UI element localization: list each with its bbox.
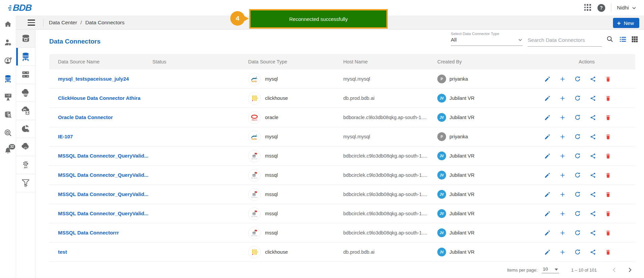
add-icon[interactable] (557, 74, 567, 84)
reconnect-icon[interactable] (573, 228, 583, 238)
sidebar-item-account-info[interactable] (0, 52, 16, 70)
add-icon[interactable] (557, 228, 567, 238)
delete-icon[interactable] (603, 93, 613, 103)
reconnect-icon[interactable] (573, 247, 583, 257)
connector-name-link[interactable]: test (58, 249, 67, 255)
share-icon[interactable] (588, 93, 598, 103)
share-icon[interactable] (588, 74, 598, 84)
reconnect-icon[interactable] (573, 112, 583, 122)
connector-name-link[interactable]: mysql_testspaceissue_july24 (58, 76, 129, 82)
reconnect-icon[interactable] (573, 170, 583, 180)
connector-name-link[interactable]: MSSQL Data Connector_QueryValid... (58, 172, 148, 178)
add-icon[interactable] (557, 93, 567, 103)
items-per-page-select[interactable]: 10 (542, 267, 559, 273)
edit-icon[interactable] (542, 132, 552, 142)
edit-icon[interactable] (542, 189, 552, 199)
sidebar-item-data-store-metadata[interactable] (16, 102, 35, 120)
list-view-icon[interactable] (619, 35, 627, 43)
reconnect-icon[interactable] (573, 208, 583, 219)
data-source-type-label: mysql (265, 76, 278, 82)
share-icon[interactable] (588, 189, 598, 199)
edit-icon[interactable] (542, 151, 552, 161)
breadcrumb-data-center[interactable]: Data Center (49, 20, 77, 26)
delete-icon[interactable] (603, 170, 613, 180)
svg-text:SQL Server: SQL Server (251, 197, 258, 198)
user-menu[interactable]: Nidhi (617, 5, 637, 11)
reconnect-icon[interactable] (573, 151, 583, 161)
edit-icon[interactable] (542, 208, 552, 219)
hamburger-menu-icon[interactable] (28, 19, 35, 26)
connector-type-select[interactable]: Select Data Connector Type All (451, 32, 523, 46)
delete-icon[interactable] (603, 247, 613, 257)
connector-name-link[interactable]: Oracle Data Connector (58, 114, 113, 120)
sidebar-item-api-connectors[interactable]: API (16, 156, 35, 174)
add-icon[interactable] (557, 151, 567, 161)
delete-icon[interactable] (603, 208, 613, 219)
connector-name-link[interactable]: MSSQL Data Connector_QueryValid... (58, 211, 148, 216)
add-icon[interactable] (557, 112, 567, 122)
delete-icon[interactable] (603, 112, 613, 122)
sidebar-item-data-pipeline[interactable] (16, 174, 35, 192)
delete-icon[interactable] (603, 74, 613, 84)
share-icon[interactable] (588, 247, 598, 257)
bdb-logo[interactable]: BDB (8, 3, 32, 13)
share-icon[interactable] (588, 151, 598, 161)
edit-icon[interactable] (542, 247, 552, 257)
share-icon[interactable] (588, 132, 598, 142)
delete-icon[interactable] (603, 228, 613, 238)
sidebar-item-data-preparation[interactable] (16, 120, 35, 138)
caret-down-icon (555, 269, 558, 271)
new-button[interactable]: + New (613, 18, 639, 28)
edit-icon[interactable] (542, 228, 552, 238)
share-icon[interactable] (588, 112, 598, 122)
edit-icon[interactable] (542, 93, 552, 103)
host-name: bdboracle.c9lo3db08qkg.ap-south-1.... (343, 115, 437, 120)
grid-view-icon[interactable] (631, 35, 639, 43)
sidebar-item-data-connectors[interactable] (16, 48, 35, 66)
creator-avatar: JV (437, 113, 446, 122)
data-source-type-icon: MySQL ORACLE SQL Server (248, 188, 261, 201)
add-icon[interactable] (557, 189, 567, 199)
connector-name-link[interactable]: MSSQL Data Connector_QueryValid... (58, 153, 148, 159)
sidebar-item-data-center-home[interactable] (16, 30, 35, 48)
connector-name-link[interactable]: MSSQL Data Connectorrr (58, 230, 119, 235)
sidebar-item-data-catalog[interactable] (0, 106, 16, 124)
share-icon[interactable] (588, 170, 598, 180)
next-page-button[interactable] (626, 266, 634, 274)
delete-icon[interactable] (603, 189, 613, 199)
previous-page-button[interactable] (610, 266, 618, 274)
breadcrumb-data-connectors[interactable]: Data Connectors (85, 20, 124, 26)
edit-icon[interactable] (542, 112, 552, 122)
search-input[interactable] (528, 36, 602, 46)
add-icon[interactable] (557, 208, 567, 219)
creator-name: Jubilant VR (449, 230, 474, 235)
sidebar-item-user-admin[interactable] (0, 34, 16, 52)
sidebar-item-business-story[interactable] (0, 88, 16, 106)
search-icon[interactable] (606, 35, 614, 43)
delete-icon[interactable] (603, 151, 613, 161)
share-icon[interactable] (588, 228, 598, 238)
reconnect-icon[interactable] (573, 132, 583, 142)
add-icon[interactable] (557, 170, 567, 180)
reconnect-icon[interactable] (573, 189, 583, 199)
sidebar-item-data-search[interactable] (0, 124, 16, 142)
sidebar-item-data-center[interactable] (0, 70, 16, 88)
add-icon[interactable] (557, 132, 567, 142)
share-icon[interactable] (588, 208, 598, 219)
sidebar-item-home[interactable] (0, 16, 16, 34)
reconnect-icon[interactable] (573, 93, 583, 103)
edit-icon[interactable] (542, 170, 552, 180)
connector-name-link[interactable]: MSSQL Data Connector_QueryValid... (58, 191, 148, 197)
help-icon[interactable]: ? (597, 4, 605, 12)
add-icon[interactable] (557, 247, 567, 257)
sidebar-item-data-stores[interactable] (16, 84, 35, 102)
sidebar-item-notifications[interactable]: 32 (0, 142, 16, 160)
edit-icon[interactable] (542, 74, 552, 84)
connector-name-link[interactable]: IE-107 (58, 134, 73, 139)
delete-icon[interactable] (603, 132, 613, 142)
sidebar-item-data-sets[interactable] (16, 66, 35, 84)
reconnect-icon[interactable] (573, 74, 583, 84)
apps-grid-icon[interactable] (584, 4, 592, 11)
connector-name-link[interactable]: ClickHouse Data Connector Athira (58, 95, 141, 101)
sidebar-item-sandbox[interactable] (16, 138, 35, 156)
